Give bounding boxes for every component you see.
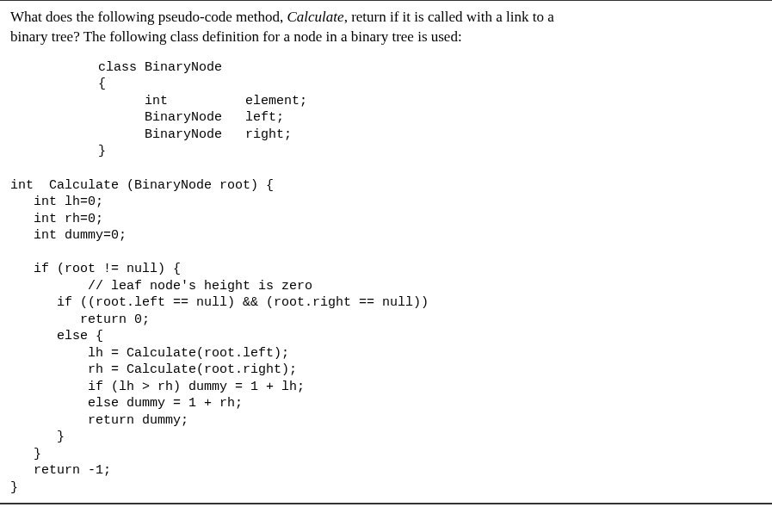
question-line1-pre: What does the following pseudo-code meth… [10,9,287,25]
class-definition-code: class BinaryNode { int element; BinaryNo… [36,59,762,160]
question-line2: binary tree? The following class definit… [10,28,462,45]
method-code: int Calculate (BinaryNode root) { int lh… [10,177,762,497]
question-line1-em: Calculate [287,9,344,25]
question-text: What does the following pseudo-code meth… [10,8,762,47]
question-line1-post: , return if it is called with a link to … [344,9,554,25]
